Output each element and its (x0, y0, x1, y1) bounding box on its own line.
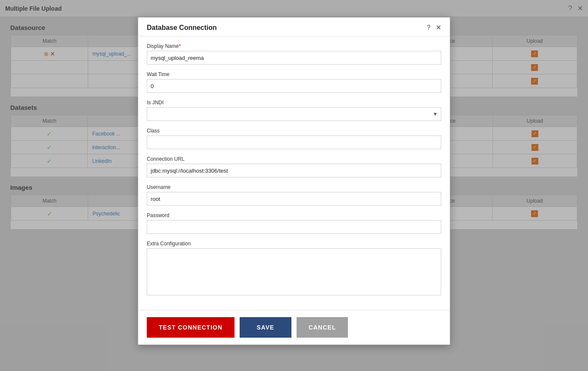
display-name-group: Display Name* (147, 43, 441, 65)
username-group: Username (147, 184, 441, 206)
class-group: Class (147, 128, 441, 149)
required-asterisk: * (179, 43, 181, 49)
extra-config-textarea[interactable] (147, 248, 441, 295)
extra-config-label: Extra Configuration (147, 241, 441, 247)
main-window: Multiple File Upload ? ✕ Datasource Matc… (0, 0, 588, 371)
password-input[interactable] (147, 220, 441, 234)
username-label: Username (147, 184, 441, 190)
password-label: Password (147, 212, 441, 218)
cancel-button[interactable]: CANCEL (297, 317, 348, 338)
display-name-input[interactable] (147, 51, 441, 65)
connection-url-input[interactable] (147, 164, 441, 177)
wait-time-label: Wait Time (147, 71, 441, 77)
modal-title: Database Connection (147, 24, 217, 32)
is-jndi-label: Is JNDI (147, 100, 441, 106)
modal-footer: TEST CONNECTION SAVE CANCEL (138, 310, 450, 344)
test-connection-button[interactable]: TEST CONNECTION (147, 317, 235, 338)
class-label: Class (147, 128, 441, 134)
is-jndi-select-wrapper: Yes No ▼ (147, 107, 441, 121)
wait-time-group: Wait Time (147, 71, 441, 93)
modal-close-icon[interactable]: ✕ (436, 24, 441, 32)
connection-url-label: Connection URL (147, 156, 441, 162)
wait-time-input[interactable] (147, 79, 441, 93)
modal-header: Database Connection ? ✕ (138, 18, 450, 36)
is-jndi-select[interactable]: Yes No (147, 107, 441, 121)
password-group: Password (147, 212, 441, 234)
class-input[interactable] (147, 135, 441, 149)
database-connection-modal: Database Connection ? ✕ Display Name* Wa… (138, 17, 450, 345)
display-name-label: Display Name* (147, 43, 441, 49)
save-button[interactable]: SAVE (240, 317, 291, 338)
connection-url-group: Connection URL (147, 156, 441, 177)
is-jndi-group: Is JNDI Yes No ▼ (147, 100, 441, 121)
extra-config-group: Extra Configuration (147, 241, 441, 297)
modal-body: Display Name* Wait Time Is JNDI Yes No (138, 36, 450, 310)
username-input[interactable] (147, 192, 441, 206)
modal-help-icon[interactable]: ? (427, 24, 431, 32)
modal-header-icons: ? ✕ (427, 24, 441, 32)
